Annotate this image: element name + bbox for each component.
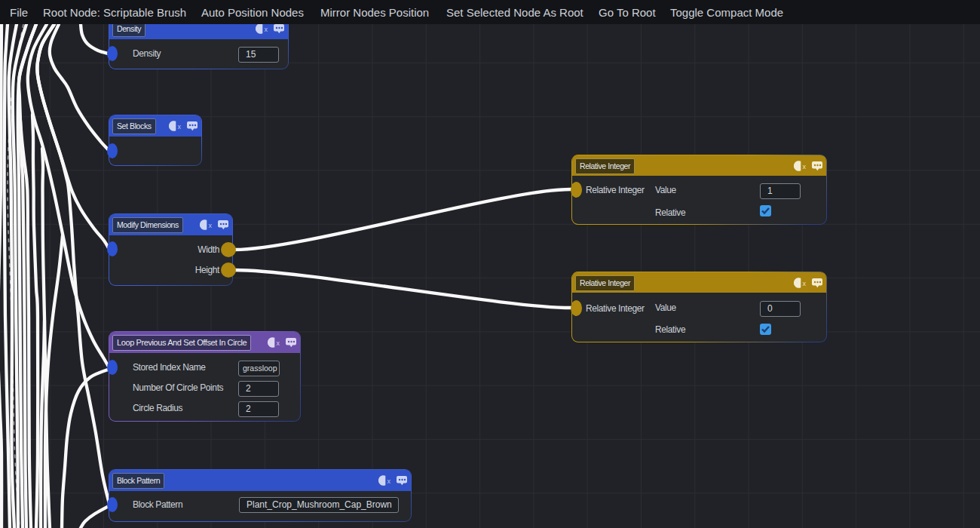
svg-text:x: x [803,163,807,170]
svg-text:x: x [277,339,280,347]
svg-text:x: x [178,123,182,130]
svg-text:x: x [803,280,807,287]
svg-text:x: x [265,26,268,33]
svg-text:x: x [387,477,391,485]
svg-text:x: x [209,222,213,229]
